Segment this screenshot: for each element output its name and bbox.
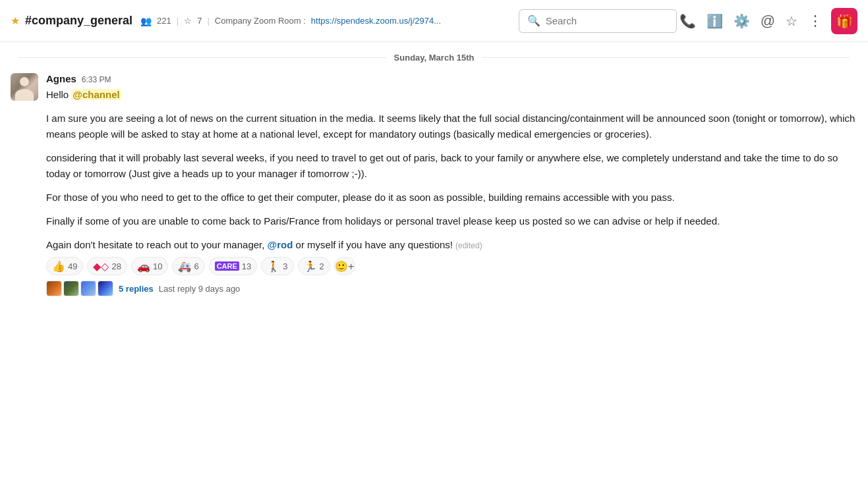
more-icon: ⋮ — [808, 13, 823, 30]
messages-area: Sunday, March 15th Agnes 6:33 PM Hello @… — [0, 42, 868, 490]
paragraph-5: Again don't hesitate to reach out to you… — [46, 237, 857, 253]
paragraph-1: I am sure you are seeing a lot of news o… — [46, 111, 857, 142]
thread-avatar-3 — [80, 281, 96, 296]
search-icon: 🔍 — [527, 14, 540, 27]
reaction-thumbsup[interactable]: 👍 49 — [46, 257, 83, 275]
diamond-count: 28 — [111, 261, 121, 271]
channel-star-icon[interactable]: ★ — [11, 14, 20, 27]
message-block: Agnes 6:33 PM Hello @channel I am sure y… — [11, 68, 857, 302]
thumbsup-emoji: 👍 — [52, 260, 65, 273]
separator: | — [177, 16, 179, 26]
star-outline-icon: ☆ — [786, 13, 797, 29]
gift-icon-button[interactable]: 🎁 — [831, 8, 857, 34]
date-divider: Sunday, March 15th — [11, 42, 857, 68]
reaction-diamond[interactable]: ◆◇ 28 — [87, 257, 127, 275]
reaction-run[interactable]: 🏃 2 — [298, 257, 330, 275]
care-count: 13 — [242, 261, 251, 271]
phone-icon-button[interactable]: 📞 — [677, 11, 699, 32]
search-input[interactable] — [546, 15, 668, 26]
paragraph-3: For those of you who need to get to the … — [46, 190, 857, 205]
info-icon: ℹ️ — [707, 13, 723, 29]
phone-icon: 📞 — [680, 13, 696, 29]
walk-count: 3 — [283, 261, 287, 271]
reaction-ambulance[interactable]: 🚑 6 — [172, 257, 204, 275]
car-count: 10 — [153, 261, 162, 271]
walk-emoji: 🚶 — [267, 260, 280, 273]
header: ★ #company_general 👥 221 | ☆ 7 | Company… — [0, 0, 868, 42]
thread-avatar-2 — [63, 281, 79, 296]
thread-avatars — [46, 281, 113, 296]
zoom-url-link[interactable]: https://spendesk.zoom.us/j/2974... — [311, 16, 441, 26]
thread-replies[interactable]: 5 replies Last reply 9 days ago — [46, 281, 857, 296]
message-content: Agnes 6:33 PM Hello @channel I am sure y… — [46, 73, 857, 296]
ambulance-emoji: 🚑 — [178, 260, 191, 273]
edited-tag: (edited) — [455, 241, 482, 250]
header-meta: 👥 221 | ☆ 7 | Company Zoom Room : https:… — [140, 16, 519, 26]
replies-link[interactable]: 5 replies — [119, 284, 154, 294]
timestamp: 6:33 PM — [82, 75, 111, 84]
message-text: Hello @channel I am sure you are seeing … — [46, 87, 857, 253]
bookmark-icon: ☆ — [184, 16, 192, 26]
header-actions: 📞 ℹ️ ⚙️ @ ☆ ⋮ 🎁 — [677, 8, 857, 34]
run-count: 2 — [320, 261, 324, 271]
reaction-walk[interactable]: 🚶 3 — [261, 257, 293, 275]
at-icon-button[interactable]: @ — [758, 10, 778, 32]
diamond-emoji: ◆◇ — [93, 260, 109, 273]
paragraph-4: Finally if some of you are unable to com… — [46, 213, 857, 229]
car-emoji: 🚗 — [137, 260, 150, 273]
reaction-care[interactable]: CARE 13 — [209, 257, 258, 275]
info-icon-button[interactable]: ℹ️ — [704, 11, 726, 32]
gear-icon: ⚙️ — [734, 13, 750, 29]
last-reply-text: Last reply 9 days ago — [159, 284, 241, 294]
care-emoji: CARE — [215, 261, 239, 271]
star-outline-icon-button[interactable]: ☆ — [783, 11, 800, 32]
more-icon-button[interactable]: ⋮ — [805, 10, 826, 32]
bookmark-count: 7 — [197, 16, 202, 26]
at-icon: @ — [761, 13, 775, 30]
avatar[interactable] — [11, 73, 38, 101]
gift-icon: 🎁 — [836, 13, 853, 29]
thumbsup-count: 49 — [68, 261, 77, 271]
ambulance-count: 6 — [194, 261, 198, 271]
channel-mention[interactable]: @channel — [71, 89, 121, 100]
add-reaction-icon: 🙂+ — [335, 260, 354, 273]
thread-avatar-1 — [46, 281, 62, 296]
members-count: 221 — [157, 16, 171, 26]
members-icon: 👥 — [140, 16, 152, 26]
separator2: | — [207, 16, 209, 26]
run-emoji: 🏃 — [304, 260, 317, 273]
search-box: 🔍 — [519, 9, 677, 33]
avatar-image — [11, 73, 38, 101]
author-name: Agnes — [46, 73, 76, 84]
reactions-bar: 👍 49 ◆◇ 28 🚗 10 🚑 6 CARE 13 — [46, 257, 857, 275]
date-divider-text: Sunday, March 15th — [394, 53, 475, 63]
reaction-car[interactable]: 🚗 10 — [131, 257, 168, 275]
paragraph-2: considering that it will probably last s… — [46, 150, 857, 182]
thread-avatar-4 — [98, 281, 113, 296]
gear-icon-button[interactable]: ⚙️ — [731, 11, 753, 32]
greeting-text: Hello — [46, 89, 71, 100]
closing-text-before: Again don't hesitate to reach out to you… — [46, 239, 268, 250]
add-reaction-button[interactable]: 🙂+ — [334, 257, 355, 275]
message-header: Agnes 6:33 PM — [46, 73, 857, 84]
rod-mention[interactable]: @rod — [268, 239, 293, 250]
closing-text-after: or myself if you have any questions! — [293, 239, 453, 250]
channel-title: #company_general — [25, 14, 132, 28]
zoom-label: Company Zoom Room : — [215, 16, 306, 26]
